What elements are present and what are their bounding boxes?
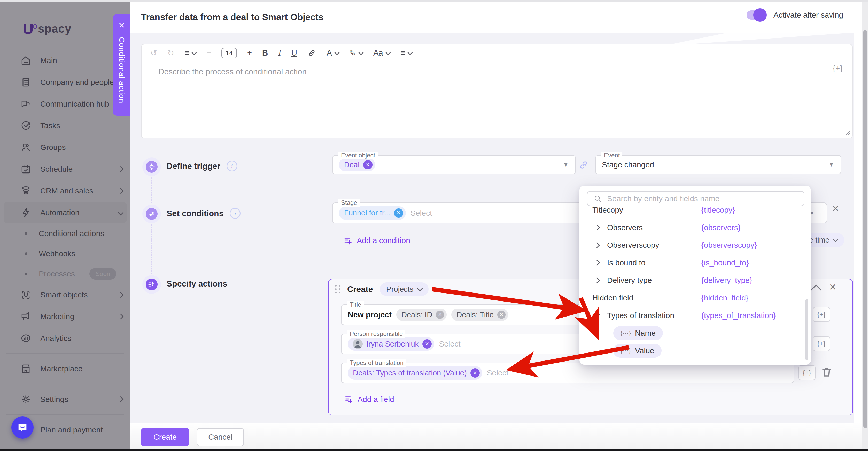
chat-launcher-button[interactable] [11,416,34,439]
trigger-step-icon [142,158,161,176]
activate-toggle-label: Activate after saving [773,10,843,19]
redo-button[interactable]: ↻ [167,48,174,58]
page-scrollbar-thumb[interactable] [863,30,867,428]
conditions-step-row: Set conditions i [167,208,241,219]
dropdown-item-observers[interactable]: Observers {observers} [580,219,811,236]
chevron-down-icon [358,49,364,55]
insert-token-button[interactable]: {+} [798,365,815,380]
dropdown-item-delivery-type[interactable]: Delivery type {delivery_type} [580,272,811,289]
activate-toggle[interactable] [747,10,766,20]
dropdown-child-name[interactable]: {⋯} Name [580,324,811,342]
entity-select-chip[interactable]: Projects [380,282,429,296]
italic-button[interactable]: I [278,48,281,58]
resize-handle[interactable] [843,129,850,136]
font-decrease-button[interactable]: − [207,48,211,58]
undo-button[interactable]: ↺ [150,48,157,58]
dropdown-child-value[interactable]: {⋯} Value [580,342,811,360]
field-label: Types of translation [347,359,406,367]
field-code: {observers} [702,223,741,232]
modal-footer: Create Cancel [130,423,862,449]
editor-toolbar: ↺ ↻ ≡ − 14 + B I U A ✎ Aa ≡ [142,45,852,62]
step-connector [151,177,152,203]
close-card-button[interactable]: × [829,280,836,294]
collapse-card-button[interactable] [811,284,822,295]
action-card-header: Create Projects [335,282,429,297]
line-spacing-button[interactable]: ≡ [184,48,196,58]
dropdown-item-is-bound-to[interactable]: Is bound to {is_bound_to} [580,254,811,272]
close-icon[interactable]: × [119,20,125,30]
translation-value-chip: Deals: Types of translation (Value) [348,366,482,379]
insert-token-button[interactable]: {+} [833,64,843,73]
info-icon[interactable]: i [230,208,241,219]
fields-dropdown: Search by entity and fields name Titleco… [580,186,811,365]
dropdown-scrollbar[interactable] [805,299,808,360]
insert-token-button[interactable]: {+} [813,336,830,351]
font-size-field[interactable]: 14 [221,48,237,58]
time-chip-label: e time [809,236,830,244]
link-fields-icon[interactable] [578,160,589,170]
add-field-button[interactable]: Add a field [344,395,394,404]
trigger-step-row: Define trigger i [167,161,238,171]
remove-condition-button[interactable]: × [832,204,839,213]
insert-token-button[interactable]: {+} [813,307,830,322]
field-code: {is_bound_to} [702,258,749,267]
token-braces-icon: {⋯} [621,330,631,337]
info-icon[interactable]: i [226,161,238,171]
chevron-down-icon [417,285,423,291]
remove-chip-icon[interactable] [470,368,480,377]
field-token-chip: Deals: Title [451,309,508,321]
avatar [353,339,363,349]
font-increase-button[interactable]: + [247,48,252,58]
page-scrollbar-track [862,2,868,449]
select-placeholder: Select [487,368,508,377]
field-code: {titlecopy} [702,207,735,215]
conditional-action-tab[interactable]: × Conditional action [113,14,130,116]
chevron-down-icon [385,49,391,55]
select-placeholder: Select [410,209,432,218]
token-braces-icon: {⋯} [621,347,631,354]
add-list-icon [344,395,353,404]
page-title: Transfer data from a deal to Smart Objec… [141,12,323,22]
trash-icon[interactable] [820,366,833,378]
add-condition-button[interactable]: Add a condition [343,236,410,245]
modal-backdrop[interactable] [0,0,130,451]
remove-chip-icon[interactable] [363,160,373,169]
dropdown-search-input[interactable]: Search by entity and fields name [587,191,804,206]
chain-icon [307,49,316,57]
bold-button[interactable]: B [262,48,268,58]
description-editor[interactable]: ↺ ↻ ≡ − 14 + B I U A ✎ Aa ≡ Describe t [141,44,853,138]
remove-chip-icon[interactable] [497,311,505,319]
dropdown-item-types-of-translation[interactable]: Types of translation {types_of_translati… [580,307,811,324]
cancel-button[interactable]: Cancel [197,428,244,446]
conditions-step-icon [142,204,161,223]
dropdown-item-titlecopy[interactable]: Titlecopy {titlecopy} [580,207,811,219]
step-label: Specify actions [167,279,227,289]
remove-chip-icon[interactable] [394,208,403,218]
dropdown-item-observerscopy[interactable]: Observerscopy {observerscopy} [580,236,811,254]
search-placeholder: Search by entity and fields name [607,194,719,203]
event-select[interactable]: Event Stage changed ▼ [595,155,841,174]
align-button[interactable]: ≡ [400,48,412,58]
chevron-down-icon [407,49,413,55]
drag-handle-icon[interactable] [335,285,340,293]
types-of-translation-field[interactable]: Types of translation Deals: Types of tra… [341,363,795,383]
remove-chip-icon[interactable] [436,311,444,319]
text-color-button[interactable]: A [327,48,339,58]
create-button[interactable]: Create [141,428,189,446]
chevron-right-icon [594,225,600,231]
select-caret-icon: ▼ [563,161,568,168]
chevron-right-icon [594,260,600,266]
text-style-button[interactable]: Aa [373,48,390,58]
search-icon [594,195,602,203]
event-object-select[interactable]: Event object Deal ▼ [332,155,576,174]
step-label: Set conditions [167,209,223,218]
link-button[interactable] [307,49,316,57]
highlight-button[interactable]: ✎ [349,48,363,58]
dropdown-item-hidden-field[interactable]: Hidden field {hidden_field} [580,289,811,307]
tab-label: Conditional action [117,37,126,104]
chat-icon [17,422,28,433]
remove-chip-icon[interactable] [423,339,432,348]
chevron-right-icon [594,242,600,248]
underline-button[interactable]: U [291,48,297,58]
select-caret-icon: ▼ [829,161,834,168]
